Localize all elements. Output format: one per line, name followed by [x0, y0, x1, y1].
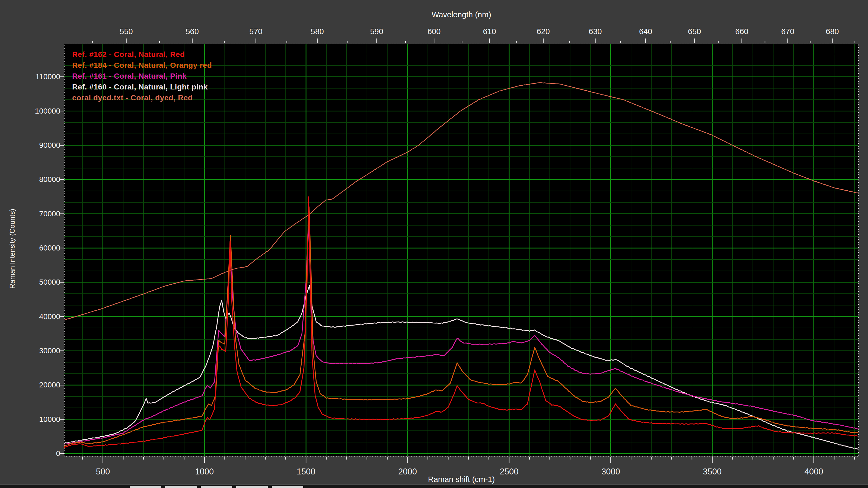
- ytick-label: 20000: [14, 381, 60, 389]
- toptick-label: 570: [237, 27, 275, 36]
- taskbar-strip: [0, 484, 868, 488]
- taskbar-button-0[interactable]: [130, 486, 161, 488]
- xtick-label: 1000: [183, 467, 226, 477]
- ytick-label: 60000: [14, 244, 60, 252]
- left-axis-title: Raman Intensity (Counts): [8, 209, 17, 289]
- toptick-label: 620: [524, 27, 562, 36]
- toptick-label: 590: [358, 27, 396, 36]
- xtick-label: 4000: [792, 467, 835, 477]
- xtick-label: 3500: [691, 467, 734, 477]
- toptick-label: 630: [576, 27, 614, 36]
- toptick-label: 610: [471, 27, 508, 36]
- ytick-label: 100000: [14, 107, 60, 116]
- taskbar-button-4[interactable]: [272, 486, 303, 488]
- bottom-axis-title: Raman shift (cm-1): [394, 475, 529, 484]
- taskbar-button-2[interactable]: [201, 486, 232, 488]
- ytick-label: 30000: [14, 347, 60, 355]
- ytick-label: 70000: [14, 209, 60, 218]
- toptick-label: 580: [299, 27, 336, 36]
- application-window: 5001000150020002500300035004000550560570…: [0, 0, 868, 488]
- taskbar-button-3[interactable]: [236, 486, 268, 488]
- legend: Ref. #162 - Coral, Natural, Red Ref. #18…: [72, 49, 212, 103]
- ytick-label: 90000: [14, 141, 60, 150]
- xtick-label: 1500: [284, 467, 328, 477]
- toptick-label: 680: [813, 27, 851, 36]
- legend-item-3: Ref. #160 - Coral, Natural, Light pink: [72, 82, 212, 93]
- toptick-label: 550: [107, 27, 145, 36]
- legend-item-2: Ref. #161 - Coral, Natural, Pink: [72, 71, 212, 82]
- toptick-label: 600: [415, 27, 453, 36]
- xtick-label: 3000: [589, 467, 632, 477]
- ytick-label: 80000: [14, 175, 60, 184]
- ytick-label: 0: [14, 449, 60, 458]
- legend-item-0: Ref. #162 - Coral, Natural, Red: [72, 49, 212, 60]
- legend-item-1: Ref. #184 - Coral, Natural, Orangy red: [72, 60, 212, 71]
- toptick-label: 650: [675, 27, 713, 36]
- xtick-label: 500: [81, 467, 124, 477]
- toptick-label: 670: [769, 27, 807, 36]
- plot-background: [64, 44, 859, 456]
- toptick-label: 640: [627, 27, 664, 36]
- legend-item-4: coral dyed.txt - Coral, dyed, Red: [72, 93, 212, 103]
- ytick-label: 40000: [14, 312, 60, 321]
- ytick-label: 110000: [14, 72, 60, 81]
- ytick-label: 10000: [14, 415, 60, 424]
- taskbar-button-1[interactable]: [165, 486, 197, 488]
- toptick-label: 560: [173, 27, 211, 36]
- toptick-label: 660: [723, 27, 761, 36]
- ytick-label: 50000: [14, 278, 60, 287]
- top-axis-title: Wavelength (nm): [407, 10, 516, 19]
